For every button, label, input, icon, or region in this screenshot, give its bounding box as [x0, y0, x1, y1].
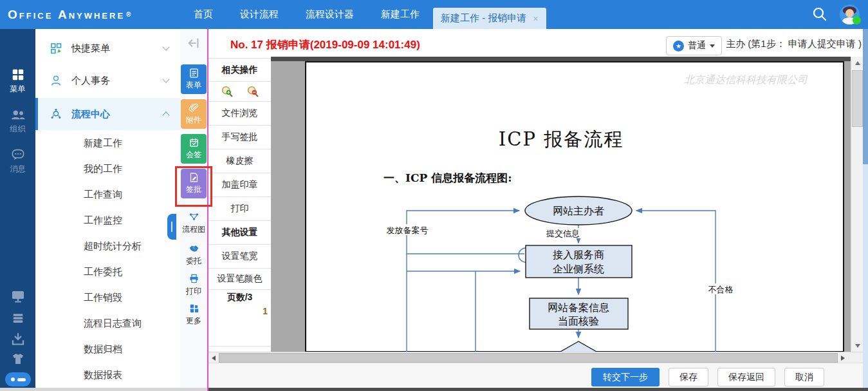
toolbar-print-button[interactable]: 打印	[180, 273, 207, 297]
flow-center-icon	[50, 108, 62, 120]
scroll-right-arrow[interactable]	[838, 352, 848, 363]
save-button[interactable]: 保存	[669, 368, 708, 386]
toolbar-attachment-button[interactable]: 附件	[181, 99, 207, 129]
handle-grip	[171, 222, 172, 232]
rail-item-server[interactable]	[0, 311, 35, 325]
sidebar-item-data-archive[interactable]: 数据归档	[35, 336, 180, 362]
sidebar-group-label: 个人事务	[71, 75, 110, 87]
rail-label: 消息	[10, 164, 26, 175]
viewer-horizontal-scrollbar[interactable]	[208, 352, 848, 363]
rail-item-menu[interactable]: 菜单	[0, 68, 35, 95]
sidebar-item-work-query[interactable]: 工作查询	[35, 182, 180, 207]
app-logo-text: Office Anywhere	[8, 8, 125, 22]
cancel-button[interactable]: 取消	[784, 368, 824, 386]
toolbar-button-label: 更多	[186, 316, 201, 327]
ops-current-page[interactable]: 1	[208, 305, 271, 318]
caret-down-icon	[710, 44, 715, 48]
flow-node-oval: 网站主办者	[525, 196, 632, 225]
paperclip-icon	[189, 102, 199, 113]
triangle-right-icon	[841, 356, 845, 361]
window-scroll-thumb[interactable]	[863, 29, 868, 164]
sidebar-item-work-destroy[interactable]: 工作销毁	[35, 285, 180, 310]
sidebar-collapse-handle[interactable]	[167, 214, 176, 240]
collapse-toolbar-button[interactable]	[181, 33, 207, 53]
toolbar-button-label: 会签	[186, 149, 201, 160]
zoom-out-icon[interactable]	[246, 84, 260, 99]
scroll-up-arrow[interactable]	[851, 57, 863, 69]
sidebar-group-flow-center[interactable]: 流程中心	[35, 98, 180, 130]
triangle-left-icon	[212, 356, 216, 361]
ops-settings-title: 其他设置	[208, 221, 271, 245]
toolbar-button-label: 流程图	[182, 224, 205, 235]
ops-pages-label: 页数/3	[208, 290, 271, 305]
ops-item-pen-width[interactable]: 设置笔宽	[208, 245, 271, 269]
sidebar-item-work-delegate[interactable]: 工作委托	[35, 259, 180, 285]
ops-item-print[interactable]: 打印	[208, 197, 271, 221]
sidebar-item-my-work[interactable]: 我的工作	[35, 156, 180, 182]
rail-item-org[interactable]: 组织	[0, 108, 35, 135]
active-tab-new-work-expense[interactable]: 新建工作 - 报销申请 ×	[433, 8, 546, 29]
ops-item-pen-color[interactable]: 设置笔颜色	[208, 269, 271, 290]
nav-tab-home[interactable]: 首页	[180, 0, 226, 29]
toolbar-more-button[interactable]: 更多	[180, 303, 207, 327]
rail-collapse-pill[interactable]	[5, 372, 31, 386]
toolbar-sign-button[interactable]: 签批	[181, 169, 207, 198]
online-status-dot	[853, 16, 861, 24]
menu-grid-icon	[11, 68, 25, 82]
window-bottom-edge-left	[0, 388, 208, 391]
rail-item-desktop[interactable]	[0, 289, 35, 304]
nav-tab-design-flow[interactable]: 设计流程	[226, 0, 292, 29]
rail-item-messages[interactable]: 消息	[0, 148, 35, 175]
rail-item-theme[interactable]	[0, 351, 35, 367]
tshirt-icon	[10, 351, 26, 367]
window-vertical-scrollbar[interactable]	[863, 29, 868, 391]
sidebar-item-timeout-stats[interactable]: 超时统计分析	[35, 233, 180, 259]
toolbar-flowchart-button[interactable]: 流程图	[180, 211, 207, 235]
sidebar-group-quick-menu[interactable]: 快捷菜单	[35, 32, 180, 64]
priority-star-icon: ★	[673, 41, 684, 52]
nav-tab-new-work[interactable]: 新建工作	[367, 0, 433, 29]
viewer-vertical-scrollbar[interactable]	[851, 57, 863, 352]
svg-text:接入服务商: 接入服务商	[553, 249, 604, 261]
chevron-down-icon	[162, 75, 169, 82]
svg-text:发放备案号: 发放备案号	[387, 225, 429, 235]
document-title: ICP 报备流程	[306, 127, 816, 153]
document-pen-icon	[189, 172, 199, 183]
person-icon	[50, 74, 62, 87]
close-icon[interactable]: ×	[533, 14, 538, 23]
rail-item-download[interactable]	[0, 332, 35, 347]
flow-node-box2: 网站备案信息 当面核验	[530, 298, 628, 329]
arrow-to-bar-icon	[187, 36, 201, 50]
sidebar-group-personal[interactable]: 个人事务	[35, 64, 180, 97]
search-icon[interactable]	[811, 6, 828, 23]
toolbar-button-label: 签批	[186, 184, 201, 195]
scroll-down-arrow[interactable]	[851, 339, 863, 352]
document-watermark: 北京通达信科科技有限公司	[684, 73, 808, 87]
ops-item-handwrite-sign[interactable]: 手写签批	[208, 126, 271, 149]
toolbar-form-button[interactable]: 表单	[181, 64, 207, 94]
pill-dot-icon	[11, 377, 15, 381]
nav-tab-flow-designer[interactable]: 流程设计器	[292, 0, 367, 29]
sidebar-item-data-report[interactable]: 数据报表	[35, 362, 180, 388]
sidebar-item-work-monitor[interactable]: 工作监控	[35, 207, 180, 233]
priority-dropdown[interactable]: ★ 普通	[666, 36, 722, 55]
viewer-top-strip	[271, 57, 863, 61]
ops-item-eraser[interactable]: 橡皮擦	[208, 149, 271, 173]
vertical-scroll-thumb[interactable]	[852, 70, 863, 127]
horizontal-scroll-thumb[interactable]	[219, 353, 838, 363]
zoom-in-icon[interactable]	[220, 84, 234, 99]
toolbar-delegate-button[interactable]: 委托	[180, 243, 207, 267]
document-page[interactable]: 北京通达信科科技有限公司 ICP 报备流程 一、ICP 信息报备流程图:	[305, 61, 844, 352]
ops-item-file-browse[interactable]: 文件浏览	[208, 102, 271, 126]
ops-item-stamp[interactable]: 加盖印章	[208, 173, 271, 197]
sidebar-item-new-work[interactable]: 新建工作	[35, 130, 180, 156]
forward-next-step-button[interactable]: 转交下一步	[591, 368, 660, 386]
toolbar-button-label: 委托	[186, 256, 201, 267]
save-return-button[interactable]: 保存返回	[717, 368, 775, 386]
toolbar-countersign-button[interactable]: 会签	[181, 134, 207, 164]
scroll-left-arrow[interactable]	[208, 352, 219, 363]
printer-icon	[189, 273, 199, 284]
registered-mark: ®	[126, 11, 131, 18]
server-stack-icon	[10, 311, 26, 325]
sidebar-item-flow-log-query[interactable]: 流程日志查询	[35, 310, 180, 336]
